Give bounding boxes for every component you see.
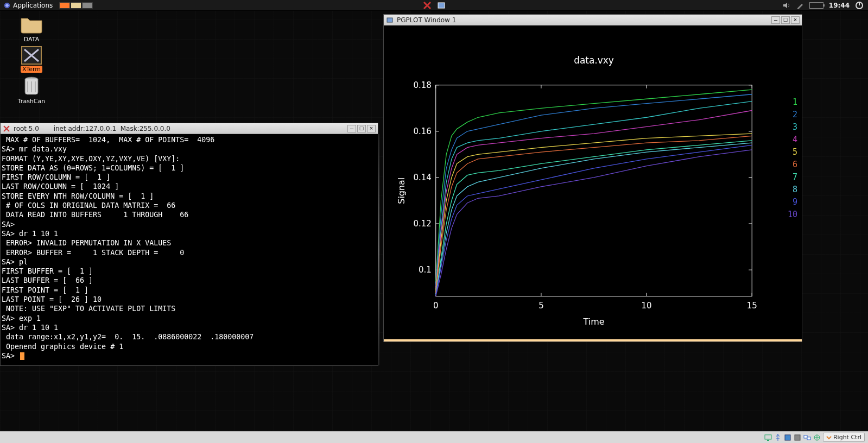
- svg-rect-1: [438, 3, 445, 8]
- plot-svg: data.vxy0.10.120.140.160.18051015TimeSig…: [384, 26, 802, 339]
- panel-top: Applications 19:44: [0, 0, 868, 11]
- terminal-output[interactable]: MAX # OF BUFFERS= 1024, MAX # OF POINTS=…: [1, 134, 378, 365]
- svg-rect-39: [785, 435, 790, 440]
- tray-folder-icon[interactable]: [794, 434, 801, 441]
- terminal-titlebar[interactable]: root 5.0 inet addr:127.0.0.1 Mask:255.0.…: [1, 123, 378, 134]
- close-button[interactable]: ×: [791, 16, 800, 24]
- svg-text:5: 5: [538, 301, 544, 311]
- tray-globe-icon[interactable]: [813, 434, 821, 441]
- trash-icon: [20, 76, 43, 97]
- desktop-icon-label: DATA: [22, 36, 41, 43]
- svg-text:15: 15: [747, 301, 757, 311]
- terminal-icon: [21, 46, 42, 65]
- power-icon[interactable]: [855, 1, 864, 10]
- svg-text:data.vxy: data.vxy: [574, 55, 614, 66]
- maximize-button[interactable]: □: [781, 16, 790, 24]
- plot-legend: 12345678910: [788, 96, 797, 221]
- svg-rect-42: [807, 437, 810, 440]
- applications-label: Applications: [13, 2, 53, 9]
- folder-icon: [20, 14, 43, 35]
- x11-icon[interactable]: [423, 1, 432, 10]
- pgplot-titlebar[interactable]: PGPLOT Window 1 – □ ×: [384, 15, 802, 26]
- task-button[interactable]: [71, 2, 81, 9]
- battery-icon[interactable]: [809, 2, 823, 9]
- svg-text:Time: Time: [582, 317, 604, 327]
- svg-text:0: 0: [433, 301, 439, 311]
- xfce-menu-icon: [3, 2, 11, 9]
- task-button[interactable]: [59, 2, 70, 9]
- host-key-label: Right Ctrl: [833, 434, 861, 441]
- maximize-button[interactable]: □: [357, 125, 366, 132]
- scrollbar[interactable]: [378, 134, 379, 365]
- desktop-icon-data[interactable]: DATA: [15, 14, 48, 43]
- window-icon[interactable]: [437, 1, 446, 10]
- svg-rect-7: [436, 85, 752, 296]
- svg-text:0.1: 0.1: [419, 265, 432, 275]
- svg-rect-5: [387, 18, 392, 22]
- tray-monitor-icon[interactable]: [764, 434, 772, 441]
- svg-text:10: 10: [642, 301, 652, 311]
- svg-rect-41: [804, 435, 807, 438]
- svg-rect-38: [767, 440, 769, 441]
- tray-usb-icon[interactable]: [774, 434, 782, 441]
- svg-text:0.14: 0.14: [413, 173, 431, 182]
- host-key-indicator[interactable]: Right Ctrl: [823, 433, 865, 442]
- desktop-icon-label: XTerm: [21, 66, 42, 73]
- minimize-button[interactable]: –: [347, 125, 356, 132]
- tray-screens-icon[interactable]: [803, 434, 811, 441]
- applications-menu[interactable]: Applications: [0, 2, 56, 9]
- desktop-icons: DATA XTerm TrashCan: [15, 14, 48, 105]
- desktop-icon-trash[interactable]: TrashCan: [15, 76, 48, 105]
- taskbar-buttons[interactable]: [59, 2, 93, 9]
- svg-text:0.18: 0.18: [413, 80, 431, 90]
- close-button[interactable]: ×: [367, 125, 376, 132]
- svg-rect-40: [795, 435, 800, 440]
- edit-icon[interactable]: [796, 2, 804, 9]
- task-button[interactable]: [82, 2, 93, 9]
- svg-text:Signal: Signal: [396, 178, 407, 204]
- pgplot-window[interactable]: PGPLOT Window 1 – □ × data.vxy0.10.120.1…: [383, 14, 802, 342]
- volume-icon[interactable]: [782, 1, 791, 10]
- terminal-title: root 5.0 inet addr:127.0.0.1 Mask:255.0.…: [14, 125, 170, 132]
- terminal-window[interactable]: root 5.0 inet addr:127.0.0.1 Mask:255.0.…: [0, 123, 378, 366]
- chevron-down-icon: [826, 435, 832, 440]
- panel-bottom: Right Ctrl: [0, 431, 868, 443]
- svg-text:0.16: 0.16: [413, 126, 431, 136]
- pgplot-status-strip: [384, 339, 802, 341]
- tray-disk-icon[interactable]: [784, 434, 791, 441]
- clock[interactable]: 19:44: [829, 2, 850, 9]
- pgplot-title: PGPLOT Window 1: [397, 16, 456, 24]
- svg-text:0.12: 0.12: [413, 219, 431, 229]
- desktop-icon-xterm[interactable]: XTerm: [15, 46, 48, 73]
- svg-rect-37: [765, 435, 771, 439]
- window-icon: [386, 16, 394, 24]
- desktop-icon-label: TrashCan: [16, 98, 47, 105]
- plot-canvas: data.vxy0.10.120.140.160.18051015TimeSig…: [384, 26, 802, 339]
- minimize-button[interactable]: –: [771, 16, 780, 24]
- x11-icon: [3, 125, 10, 132]
